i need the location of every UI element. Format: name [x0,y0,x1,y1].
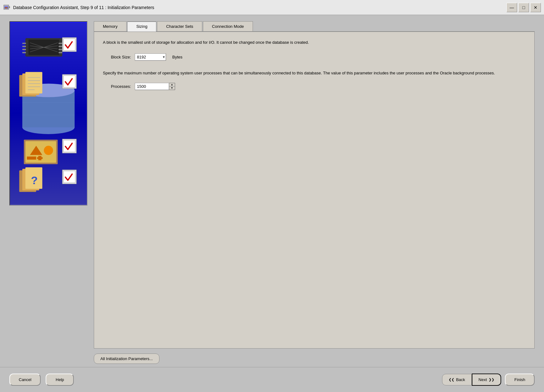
footer: Cancel Help ❮❮ Back Next ❯❯ Finish [0,367,544,392]
processes-label: Processes: [103,84,131,89]
back-button[interactable]: ❮❮ Back [442,374,472,385]
tab-connection-mode[interactable]: Connection Mode [203,21,253,31]
processes-spinner: ▲ ▼ [135,83,175,90]
next-label: Next [479,377,487,382]
window-title: Database Configuration Assistant, Step 9… [13,5,154,10]
titlebar: Database Configuration Assistant, Step 9… [0,0,544,15]
svg-rect-14 [22,46,26,47]
right-panel: Memory Sizing Character Sets Connection … [94,21,535,367]
left-illustration-panel: ? [9,21,88,206]
content-area: A block is the smallest unit of storage … [94,31,535,349]
main-content: ? Memory Sizing Character Sets Connectio… [0,15,544,367]
back-chevron-icon: ❮❮ [449,378,454,382]
cancel-button[interactable]: Cancel [9,374,41,386]
maximize-button[interactable]: □ [518,3,529,12]
processes-description: Specify the maximum number of operating … [103,70,526,77]
block-size-dropdown-container: 8192 4096 16384 32768 ▼ [135,53,166,61]
svg-rect-41 [27,157,36,160]
next-button[interactable]: Next ❯❯ [472,374,501,386]
svg-rect-17 [58,43,62,44]
svg-rect-15 [22,49,26,50]
block-size-select[interactable]: 8192 4096 16384 32768 [135,53,166,61]
tab-memory[interactable]: Memory [94,21,127,31]
spinner-down-button[interactable]: ▼ [169,87,175,90]
block-size-unit: Bytes [172,55,183,59]
footer-left-buttons: Cancel Help [9,374,74,386]
titlebar-left: Database Configuration Assistant, Step 9… [3,4,154,11]
illustration-svg: ? [10,22,87,205]
tab-character-sets[interactable]: Character Sets [157,21,202,31]
processes-row: Processes: ▲ ▼ [103,83,526,90]
svg-point-40 [44,146,53,155]
svg-rect-4 [9,6,10,8]
processes-input[interactable] [135,83,169,90]
finish-button[interactable]: Finish [505,374,535,386]
block-size-row: Block Size: 8192 4096 16384 32768 ▼ Byte… [103,53,526,61]
svg-rect-18 [58,46,62,47]
help-button[interactable]: Help [46,374,74,386]
all-init-params-button[interactable]: All Initialization Parameters... [94,354,159,364]
minimize-button[interactable]: — [506,3,517,12]
back-label: Back [456,377,465,382]
svg-rect-2 [4,6,8,7]
close-button[interactable]: ✕ [530,3,541,12]
svg-rect-29 [25,72,42,93]
svg-rect-3 [5,7,8,8]
tab-sizing[interactable]: Sizing [127,21,156,31]
back-next-group: ❮❮ Back Next ❯❯ [442,374,501,386]
svg-rect-20 [58,52,62,53]
svg-rect-19 [58,49,62,50]
titlebar-controls: — □ ✕ [506,3,541,12]
svg-rect-16 [22,52,26,53]
spinner-button-group: ▲ ▼ [169,83,175,90]
svg-rect-13 [22,43,26,44]
block-size-label: Block Size: [103,55,131,59]
spinner-up-button[interactable]: ▲ [169,83,175,87]
app-icon [3,4,11,11]
tabs-container: Memory Sizing Character Sets Connection … [94,21,535,31]
svg-rect-43 [37,157,43,159]
next-chevron-icon: ❯❯ [489,378,494,382]
bottom-section: All Initialization Parameters... [94,349,535,367]
footer-right-buttons: ❮❮ Back Next ❯❯ Finish [442,374,535,386]
svg-text:?: ? [31,174,38,187]
block-size-description: A block is the smallest unit of storage … [103,39,526,46]
